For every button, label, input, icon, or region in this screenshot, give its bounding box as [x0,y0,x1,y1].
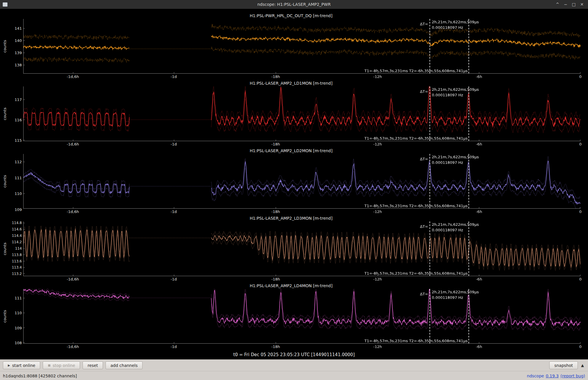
x-tick-label: 0 [579,277,582,281]
cursor-readout: 2h,21m,7s,622ms,509µs 0.000118097 Hz [432,87,479,98]
t1-cursor[interactable] [430,86,430,141]
y-axis-ticks: 113.2113.4113.6113.8114114.2114.4114.611… [7,221,23,276]
delta-t-label: ΔT= [420,22,430,26]
x-tick-label: -1d,6h [67,277,79,281]
app-icon [3,2,8,7]
y-tick-label: 117 [15,97,22,102]
plot-panel: H1:PSL-LASER_AMP2_LD4MON [m-trend] count… [2,283,580,350]
reset-button[interactable]: reset [83,361,103,369]
y-tick-label: 114 [15,246,22,251]
plot-area[interactable]: ΔT= 2h,21m,7s,622ms,509µs 0.000118097 Hz… [23,154,580,209]
x-tick-label: -1d,6h [67,74,79,79]
add-channels-button[interactable]: add channels [106,361,143,369]
cursor-readout: 2h,21m,7s,622ms,509µs 0.000118097 Hz [432,289,479,300]
y-tick-label: 111 [15,296,22,300]
x-axis-ticks: -1d,6h-1d-18h-12h-6h0 [23,209,580,215]
close-button[interactable]: ✕ [578,0,586,8]
x-tick-label: -18h [271,142,280,146]
plot-area[interactable]: ΔT= 2h,21m,7s,622ms,509µs 0.000118097 Hz… [23,86,580,141]
x-tick-label: -18h [271,345,280,349]
y-tick-label: 111 [15,175,22,180]
x-tick-label: -1d,6h [67,345,79,349]
plot-panel: H1:PSL-LASER_AMP2_LD1MON [m-trend] count… [2,80,580,148]
x-axis-ticks: -1d,6h-1d-18h-12h-6h0 [23,344,580,350]
stop-online-button[interactable]: ■ stop online [43,361,80,369]
delta-t-value: 2h,21m,7s,622ms,509µs [432,19,479,25]
y-axis-ticks: 108109110111 [7,289,23,344]
stop-online-label: stop online [53,363,75,368]
x-tick-label: -18h [271,74,280,79]
y-tick-label: 109 [15,207,22,212]
x-tick-label: -12h [373,277,382,281]
plot-area[interactable]: ΔT= 2h,21m,7s,622ms,509µs 0.000118097 Hz… [23,221,580,276]
y-axis: counts 109110111112 [2,154,23,209]
plot-area[interactable]: ΔT= 2h,21m,7s,622ms,509µs 0.000118097 Hz… [23,19,580,74]
x-tick-label: -1d [171,345,177,349]
plot-area[interactable]: ΔT= 2h,21m,7s,622ms,509µs 0.000118097 Hz… [23,289,580,344]
x-tick-label: -6h [476,277,482,281]
version-link[interactable]: 0.19.3 [546,374,559,378]
x-tick-label: -6h [476,142,482,146]
t1-cursor[interactable] [430,154,430,208]
plot-panel: H1:PSL-LASER_AMP2_LD3MON [m-trend] count… [2,215,580,283]
t1-cursor[interactable] [430,221,430,276]
x-tick-label: -18h [271,277,280,281]
about-links: ndscope 0.19.3 (report bug) [527,374,585,378]
cursor-times: T1=-8h,57m,3s,231ms T2=-6h,35m,55s,608ms… [364,339,468,343]
snapshot-button[interactable]: snapshot [549,361,578,369]
delta-t-label: ΔT= [420,224,430,229]
x-tick-label: -1d [171,142,177,146]
x-tick-label: 0 [579,142,582,146]
x-tick-label: -1d,6h [67,209,79,214]
y-axis: counts 108109110111 [2,289,23,344]
add-channels-label: add channels [111,363,138,368]
maximize-button[interactable]: □ [570,0,578,8]
y-tick-label: 114.4 [12,234,22,238]
y-axis-label: counts [2,86,7,141]
y-tick-label: 140 [15,38,22,42]
window-controls: ^ − □ ✕ [554,0,588,8]
x-tick-label: -12h [373,74,382,79]
delta-t-frequency: 0.000118097 Hz [432,227,479,233]
titlebar[interactable]: ndscope: H1:PSL-LASER_AMP2_PWR ^ − □ ✕ [0,0,588,9]
x-tick-label: -1d,6h [67,142,79,146]
t1-cursor[interactable] [430,289,430,343]
delta-t-label: ΔT= [420,157,430,161]
statusbar: h1daqnds1:8088 [425802 channels] ndscope… [0,371,588,380]
cursor-times: T1=-8h,57m,3s,231ms T2=-6h,35m,55s,608ms… [364,271,468,276]
plot-panel: H1:PSL-PWR_HPL_DC_OUT_DQ [m-trend] count… [2,13,580,80]
x-tick-label: 0 [579,74,582,79]
t1-cursor[interactable] [430,19,430,73]
x-tick-label: -1d [171,74,177,79]
plot-title: H1:PSL-LASER_AMP2_LD2MON [m-trend] [2,148,580,154]
delta-t-value: 2h,21m,7s,622ms,509µs [432,222,479,227]
minimize-button[interactable]: − [562,0,569,8]
window-title: ndscope: H1:PSL-LASER_AMP2_PWR [0,2,588,7]
start-online-label: start online [12,363,35,368]
y-axis: counts 115116117 [2,86,23,141]
x-tick-label: -12h [373,142,382,146]
toolbar: ▶ start online ■ stop online reset add c… [0,359,588,371]
y-axis-label: counts [2,221,7,276]
y-tick-label: 110 [15,311,22,315]
y-tick-label: 141 [15,26,22,30]
report-bug-link[interactable]: (report bug) [560,374,585,378]
y-tick-label: 114.2 [12,240,22,244]
x-axis-ticks: -1d,6h-1d-18h-12h-6h0 [23,276,580,283]
plot-title: H1:PSL-LASER_AMP2_LD1MON [m-trend] [2,80,580,86]
ndscope-link[interactable]: ndscope [527,374,544,378]
reset-label: reset [88,363,98,368]
x-axis-ticks: -1d,6h-1d-18h-12h-6h0 [23,141,580,148]
trace-canvas [24,86,580,141]
y-tick-label: 114.8 [12,221,22,225]
shade-button[interactable]: ^ [554,0,561,8]
start-online-button[interactable]: ▶ start online [3,361,40,369]
trace-canvas [24,19,580,73]
play-icon: ▶ [8,364,10,367]
x-tick-label: -6h [476,209,482,214]
y-tick-label: 113.4 [12,265,22,269]
delta-t-frequency: 0.000118097 Hz [432,160,479,165]
y-axis-ticks: 115116117 [7,86,23,141]
y-axis: counts 113.2113.4113.6113.8114114.2114.4… [2,221,23,276]
expand-toggle[interactable]: ▲ [581,363,584,367]
